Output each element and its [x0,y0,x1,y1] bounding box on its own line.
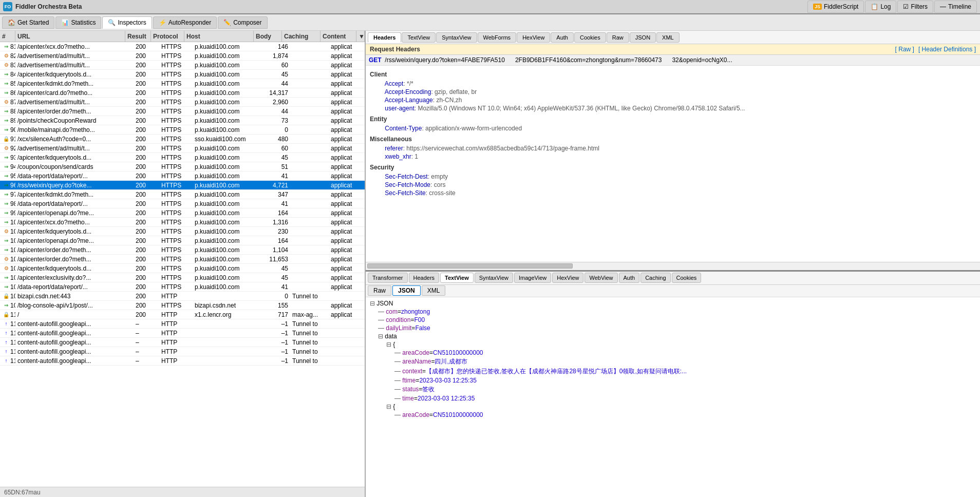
inspector-tab-raw[interactable]: Raw [607,32,629,43]
tab-composer[interactable]: ✏️ Composer [218,16,267,29]
table-row[interactable]: ⇒ 95 /data-report/data/report/... 200 HT… [0,171,365,181]
col-header-num[interactable]: # [0,31,15,42]
cell-url: /advertisement/ad/multi/t... [15,98,134,106]
resp-tab-auth[interactable]: Auth [619,273,640,283]
cell-content: applicat [329,51,365,60]
json-line[interactable]: ⊟ { [370,340,976,349]
tab-get-started[interactable]: 🏠 Get Started [2,16,54,29]
inspector-tab-auth[interactable]: Auth [551,32,574,43]
resp-tab-hexview[interactable]: HexView [552,273,583,283]
header-definitions-link[interactable]: [ Header Definitions ] [918,46,976,53]
cell-body: 717 [262,310,290,319]
sub-tab-xml[interactable]: XML [422,285,446,296]
row-icon: ⚙ [2,227,10,236]
col-header-result[interactable]: Result [125,31,151,42]
table-row[interactable]: ⇒ 109 /blog-console-api/v1/post/... 200 … [0,301,365,310]
table-row[interactable]: ⇒ 98 /data-report/data/report/... 200 HT… [0,199,365,208]
app-tab-log[interactable]: 📋 Log [865,1,896,13]
table-row[interactable]: ⇒ 90 /mobile/mainapi.do?metho... 200 HTT… [0,125,365,135]
table-row[interactable]: ⇒ 81 /apicenter/xcx.do?metho... 200 HTTP… [0,42,365,51]
hscroll-thumb[interactable] [367,263,573,269]
resp-tab-webview[interactable]: WebView [585,273,617,283]
row-icon: ↑ [2,320,10,328]
table-row[interactable]: ⚙ 101 /apicenter/kdquerytools.d... 200 H… [0,227,365,236]
table-row[interactable]: ↑ 115 content-autofill.googleapi... – HT… [0,356,365,366]
col-header-content[interactable]: Content [321,31,356,42]
resp-tab-caching[interactable]: Caching [640,273,670,283]
table-row[interactable]: ⇒ 93 /apicenter/kdquerytools.d... 200 HT… [0,153,365,162]
table-row[interactable]: ⚙ 104 /apicenter/order.do?meth... 200 HT… [0,255,365,264]
sub-tab-raw[interactable]: Raw [368,285,391,296]
resp-tab-headers[interactable]: Headers [409,273,440,283]
table-row[interactable]: 🔒 108 bizapi.csdn.net:443 200 HTTP 0 Tun… [0,292,365,301]
table-row[interactable]: ⇒ 89 /points/checkCouponReward 200 HTTPS… [0,116,365,125]
inspector-tab-syntaxview[interactable]: SyntaxView [436,32,477,43]
json-line[interactable]: ⊟ data [370,332,976,340]
raw-link[interactable]: [ Raw ] [895,46,914,53]
table-row[interactable]: ⇒ 88 /apicenter/order.do?meth... 200 HTT… [0,107,365,116]
col-header-host[interactable]: Host [184,31,254,42]
table-row[interactable]: 🔒 110 / 200 HTTP x1.c.lencr.org 717 max-… [0,310,365,319]
table-row[interactable]: ↑ 114 content-autofill.googleapi... – HT… [0,347,365,356]
cell-caching [290,88,329,97]
inspector-tab-cookies[interactable]: Cookies [574,32,606,43]
sub-tab-json[interactable]: JSON [392,285,421,296]
row-icon: ⇒ [2,190,10,199]
tab-statistics[interactable]: 📊 Statistics [55,16,101,29]
json-line[interactable]: ⊟ JSON [370,299,976,308]
table-row[interactable]: ⚙ 83 /advertisement/ad/multi/t... 200 HT… [0,61,365,70]
resp-tab-syntaxview[interactable]: SyntaxView [475,273,513,283]
col-header-scroll: ▼ [356,31,365,42]
inspector-tab-headers[interactable]: Headers [368,32,401,43]
resp-tab-textview[interactable]: TextView [440,273,474,283]
table-row[interactable]: ⚙ 92 /advertisement/ad/multi/t... 200 HT… [0,144,365,153]
headers-content[interactable]: Client Accept: */* Accept-Encoding: gzip… [366,66,980,262]
request-hscroll[interactable] [366,262,980,270]
header-accept-language: Accept-Language: zh-CN,zh [370,96,976,104]
table-row[interactable]: ⇒ 99 /apicenter/openapi.do?me... 200 HTT… [0,208,365,218]
inspector-tab-textview[interactable]: TextView [402,32,436,43]
json-viewer[interactable]: ⊟ JSON— com=zhongtong— condition=F00— da… [366,297,980,498]
inspector-tab-webforms[interactable]: WebForms [478,32,517,43]
tab-inspectors[interactable]: 🔍 Inspectors [102,16,152,29]
table-row[interactable]: ⇒ 102 /apicenter/openapi.do?me... 200 HT… [0,236,365,245]
table-row[interactable]: ⇒ 84 /apicenter/kdquerytools.d... 200 HT… [0,70,365,79]
cell-content: applicat [329,255,365,263]
col-header-url[interactable]: URL [15,31,125,42]
col-header-body[interactable]: Body [254,31,282,42]
app-tab-fiddlerscript[interactable]: JS FiddlerScript [807,1,864,13]
cell-caching [290,171,329,180]
table-row[interactable]: ↑ 113 content-autofill.googleapi... – HT… [0,338,365,347]
table-row[interactable]: ⇒ 86 /apicenter/card.do?metho... 200 HTT… [0,88,365,98]
table-row[interactable]: ⇒ 96 /rss/weixin/query.do?toke... 200 HT… [0,181,365,190]
table-row[interactable]: ⚙ 82 /advertisement/ad/multi/t... 200 HT… [0,51,365,61]
table-row[interactable]: 🔒 91 /xcx/silenceAuth?code=0... 200 HTTP… [0,135,365,144]
resp-tab-transformer[interactable]: Transformer [368,273,408,283]
table-row[interactable]: ⇒ 106 /apicenter/exclusivity.do?... 200 … [0,273,365,282]
inspector-tab-json[interactable]: JSON [630,32,656,43]
table-row[interactable]: ↑ 111 content-autofill.googleapi... – HT… [0,319,365,329]
cell-body: 347 [262,190,290,199]
table-row[interactable]: ⇒ 107 /data-report/data/report/... 200 H… [0,282,365,292]
col-header-caching[interactable]: Caching [282,31,321,42]
app-tab-filters[interactable]: ☑ Filters [897,1,933,13]
cell-host: p.kuaidi100.com [193,255,262,263]
app-tab-timeline[interactable]: — Timeline [934,1,977,13]
inspector-tab-hexview[interactable]: HexView [517,32,550,43]
table-row[interactable]: ↑ 112 content-autofill.googleapi... – HT… [0,329,365,338]
resp-tab-cookies[interactable]: Cookies [672,273,702,283]
table-row[interactable]: ⚙ 105 /apicenter/kdquerytools.d... 200 H… [0,264,365,273]
col-header-protocol[interactable]: Protocol [151,31,184,42]
table-row[interactable]: ⇒ 97 /apicenter/kdmkt.do?meth... 200 HTT… [0,190,365,199]
table-row[interactable]: ⇒ 100 /apicenter/xcx.do?metho... 200 HTT… [0,218,365,227]
cell-num: ⇒ 107 [0,282,15,291]
table-row[interactable]: ⚙ 87 /advertisement/ad/multi/t... 200 HT… [0,98,365,107]
tab-autoresponder[interactable]: ⚡ AutoResponder [153,16,217,29]
table-row[interactable]: ⇒ 103 /apicenter/order.do?meth... 200 HT… [0,245,365,255]
json-line[interactable]: ⊟ { [370,403,976,411]
table-row[interactable]: ⇒ 94 /coupon/coupon/send/cards 200 HTTPS… [0,162,365,171]
inspector-tab-xml[interactable]: XML [656,32,680,43]
table-row[interactable]: ⇒ 85 /apicenter/kdmkt.do?meth... 200 HTT… [0,79,365,88]
entity-section-title: Entity [370,116,976,123]
resp-tab-imageview[interactable]: ImageView [514,273,551,283]
